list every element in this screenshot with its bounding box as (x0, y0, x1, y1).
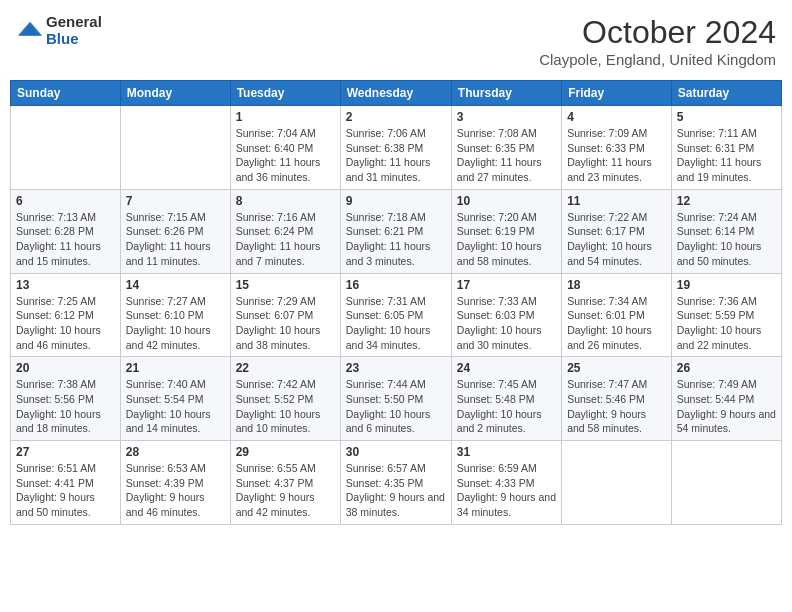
day-info: Sunrise: 7:25 AMSunset: 6:12 PMDaylight:… (16, 294, 115, 353)
sunrise-text: Sunrise: 6:51 AM (16, 461, 115, 476)
sunset-text: Sunset: 6:14 PM (677, 224, 776, 239)
table-cell: 2Sunrise: 7:06 AMSunset: 6:38 PMDaylight… (340, 106, 451, 190)
daylight-text: Daylight: 9 hours and 50 minutes. (16, 490, 115, 519)
header: General Blue October 2024 Claypole, Engl… (10, 10, 782, 72)
table-cell: 20Sunrise: 7:38 AMSunset: 5:56 PMDayligh… (11, 357, 121, 441)
sunset-text: Sunset: 5:48 PM (457, 392, 556, 407)
logo: General Blue (16, 14, 102, 47)
day-info: Sunrise: 7:06 AMSunset: 6:38 PMDaylight:… (346, 126, 446, 185)
sunrise-text: Sunrise: 7:47 AM (567, 377, 666, 392)
sunset-text: Sunset: 6:38 PM (346, 141, 446, 156)
table-cell: 24Sunrise: 7:45 AMSunset: 5:48 PMDayligh… (451, 357, 561, 441)
sunrise-text: Sunrise: 7:36 AM (677, 294, 776, 309)
day-number: 7 (126, 194, 225, 208)
sunrise-text: Sunrise: 7:04 AM (236, 126, 335, 141)
day-info: Sunrise: 7:34 AMSunset: 6:01 PMDaylight:… (567, 294, 666, 353)
table-cell: 10Sunrise: 7:20 AMSunset: 6:19 PMDayligh… (451, 189, 561, 273)
page-container: General Blue October 2024 Claypole, Engl… (10, 10, 782, 525)
day-number: 23 (346, 361, 446, 375)
day-number: 1 (236, 110, 335, 124)
sunrise-text: Sunrise: 7:29 AM (236, 294, 335, 309)
day-info: Sunrise: 7:22 AMSunset: 6:17 PMDaylight:… (567, 210, 666, 269)
daylight-text: Daylight: 10 hours and 50 minutes. (677, 239, 776, 268)
week-row-4: 20Sunrise: 7:38 AMSunset: 5:56 PMDayligh… (11, 357, 782, 441)
sunset-text: Sunset: 6:35 PM (457, 141, 556, 156)
table-cell: 17Sunrise: 7:33 AMSunset: 6:03 PMDayligh… (451, 273, 561, 357)
table-cell: 31Sunrise: 6:59 AMSunset: 4:33 PMDayligh… (451, 441, 561, 525)
sunset-text: Sunset: 4:41 PM (16, 476, 115, 491)
day-info: Sunrise: 7:49 AMSunset: 5:44 PMDaylight:… (677, 377, 776, 436)
daylight-text: Daylight: 9 hours and 54 minutes. (677, 407, 776, 436)
header-wednesday: Wednesday (340, 81, 451, 106)
table-cell (11, 106, 121, 190)
sunrise-text: Sunrise: 7:49 AM (677, 377, 776, 392)
day-info: Sunrise: 7:09 AMSunset: 6:33 PMDaylight:… (567, 126, 666, 185)
daylight-text: Daylight: 11 hours and 31 minutes. (346, 155, 446, 184)
sunrise-text: Sunrise: 6:59 AM (457, 461, 556, 476)
sunset-text: Sunset: 5:46 PM (567, 392, 666, 407)
daylight-text: Daylight: 11 hours and 27 minutes. (457, 155, 556, 184)
sunset-text: Sunset: 6:05 PM (346, 308, 446, 323)
day-info: Sunrise: 6:51 AMSunset: 4:41 PMDaylight:… (16, 461, 115, 520)
sunset-text: Sunset: 6:10 PM (126, 308, 225, 323)
day-info: Sunrise: 7:16 AMSunset: 6:24 PMDaylight:… (236, 210, 335, 269)
day-info: Sunrise: 6:59 AMSunset: 4:33 PMDaylight:… (457, 461, 556, 520)
table-cell: 3Sunrise: 7:08 AMSunset: 6:35 PMDaylight… (451, 106, 561, 190)
sunrise-text: Sunrise: 7:16 AM (236, 210, 335, 225)
day-info: Sunrise: 7:15 AMSunset: 6:26 PMDaylight:… (126, 210, 225, 269)
day-number: 4 (567, 110, 666, 124)
table-cell: 12Sunrise: 7:24 AMSunset: 6:14 PMDayligh… (671, 189, 781, 273)
table-cell: 19Sunrise: 7:36 AMSunset: 5:59 PMDayligh… (671, 273, 781, 357)
sunrise-text: Sunrise: 7:06 AM (346, 126, 446, 141)
day-number: 27 (16, 445, 115, 459)
table-cell: 8Sunrise: 7:16 AMSunset: 6:24 PMDaylight… (230, 189, 340, 273)
week-row-2: 6Sunrise: 7:13 AMSunset: 6:28 PMDaylight… (11, 189, 782, 273)
sunset-text: Sunset: 4:33 PM (457, 476, 556, 491)
daylight-text: Daylight: 10 hours and 2 minutes. (457, 407, 556, 436)
logo-blue-text: Blue (46, 31, 102, 48)
table-cell: 9Sunrise: 7:18 AMSunset: 6:21 PMDaylight… (340, 189, 451, 273)
table-cell: 1Sunrise: 7:04 AMSunset: 6:40 PMDaylight… (230, 106, 340, 190)
day-number: 21 (126, 361, 225, 375)
sunrise-text: Sunrise: 7:27 AM (126, 294, 225, 309)
week-row-1: 1Sunrise: 7:04 AMSunset: 6:40 PMDaylight… (11, 106, 782, 190)
header-saturday: Saturday (671, 81, 781, 106)
table-cell: 13Sunrise: 7:25 AMSunset: 6:12 PMDayligh… (11, 273, 121, 357)
sunrise-text: Sunrise: 7:44 AM (346, 377, 446, 392)
day-number: 31 (457, 445, 556, 459)
sunrise-text: Sunrise: 7:38 AM (16, 377, 115, 392)
day-info: Sunrise: 7:33 AMSunset: 6:03 PMDaylight:… (457, 294, 556, 353)
table-cell: 23Sunrise: 7:44 AMSunset: 5:50 PMDayligh… (340, 357, 451, 441)
sunrise-text: Sunrise: 7:34 AM (567, 294, 666, 309)
sunset-text: Sunset: 4:39 PM (126, 476, 225, 491)
daylight-text: Daylight: 11 hours and 3 minutes. (346, 239, 446, 268)
day-number: 19 (677, 278, 776, 292)
daylight-text: Daylight: 10 hours and 54 minutes. (567, 239, 666, 268)
sunrise-text: Sunrise: 7:13 AM (16, 210, 115, 225)
day-number: 12 (677, 194, 776, 208)
daylight-text: Daylight: 9 hours and 34 minutes. (457, 490, 556, 519)
table-cell: 26Sunrise: 7:49 AMSunset: 5:44 PMDayligh… (671, 357, 781, 441)
header-monday: Monday (120, 81, 230, 106)
table-cell: 27Sunrise: 6:51 AMSunset: 4:41 PMDayligh… (11, 441, 121, 525)
daylight-text: Daylight: 9 hours and 46 minutes. (126, 490, 225, 519)
daylight-text: Daylight: 10 hours and 38 minutes. (236, 323, 335, 352)
sunset-text: Sunset: 6:33 PM (567, 141, 666, 156)
table-cell: 22Sunrise: 7:42 AMSunset: 5:52 PMDayligh… (230, 357, 340, 441)
daylight-text: Daylight: 11 hours and 7 minutes. (236, 239, 335, 268)
logo-general-text: General (46, 14, 102, 31)
sunset-text: Sunset: 6:12 PM (16, 308, 115, 323)
daylight-text: Daylight: 9 hours and 42 minutes. (236, 490, 335, 519)
table-cell (120, 106, 230, 190)
table-cell: 5Sunrise: 7:11 AMSunset: 6:31 PMDaylight… (671, 106, 781, 190)
daylight-text: Daylight: 10 hours and 46 minutes. (16, 323, 115, 352)
sunset-text: Sunset: 5:59 PM (677, 308, 776, 323)
day-number: 3 (457, 110, 556, 124)
sunrise-text: Sunrise: 7:11 AM (677, 126, 776, 141)
day-number: 24 (457, 361, 556, 375)
header-friday: Friday (562, 81, 672, 106)
daylight-text: Daylight: 11 hours and 15 minutes. (16, 239, 115, 268)
table-cell (562, 441, 672, 525)
sunset-text: Sunset: 5:50 PM (346, 392, 446, 407)
daylight-text: Daylight: 9 hours and 58 minutes. (567, 407, 666, 436)
